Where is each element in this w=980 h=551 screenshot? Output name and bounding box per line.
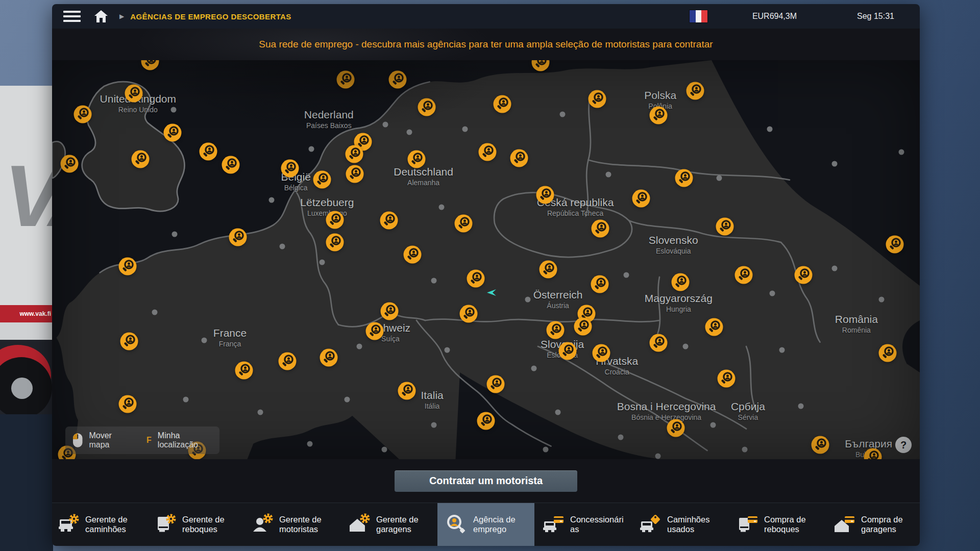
agency-marker[interactable] <box>417 97 436 117</box>
agency-marker[interactable] <box>325 233 345 252</box>
menu-button[interactable] <box>63 11 81 22</box>
agency-marker[interactable] <box>587 89 607 109</box>
city-dot <box>171 107 177 112</box>
france-flag-icon[interactable] <box>690 10 707 22</box>
agency-marker[interactable] <box>407 149 426 169</box>
agency-marker[interactable] <box>345 144 364 164</box>
agency-marker[interactable] <box>278 352 297 371</box>
agency-marker[interactable] <box>592 343 611 363</box>
agency-marker[interactable] <box>312 170 332 189</box>
agency-marker[interactable] <box>509 148 529 168</box>
tab-used-trucks[interactable]: Caminhões usados <box>631 503 728 546</box>
agency-marker[interactable] <box>631 189 651 208</box>
agency-marker[interactable] <box>476 411 496 431</box>
agency-marker[interactable] <box>73 105 92 124</box>
agency-marker[interactable] <box>493 94 512 114</box>
tab-label: Gerente de motoristas <box>279 515 333 535</box>
agency-marker[interactable] <box>885 235 904 254</box>
home-button[interactable] <box>94 10 108 23</box>
tab-trailer-manager[interactable]: Gerente de reboques <box>146 503 243 546</box>
agency-marker[interactable] <box>124 84 143 103</box>
agency-marker[interactable] <box>715 217 734 236</box>
tab-dealerships[interactable]: Concessionárias <box>534 503 631 546</box>
agency-marker[interactable] <box>234 361 254 380</box>
agency-marker[interactable] <box>590 274 609 294</box>
agency-marker[interactable] <box>454 214 473 233</box>
city-dot <box>717 175 722 181</box>
agency-marker[interactable] <box>466 269 485 288</box>
agency-marker[interactable] <box>535 185 555 205</box>
agency-marker[interactable] <box>345 164 364 184</box>
agency-marker[interactable] <box>863 447 883 459</box>
agency-marker[interactable] <box>558 341 577 361</box>
agency-marker[interactable] <box>228 228 248 247</box>
agency-marker[interactable] <box>546 320 565 340</box>
agency-magnifier-icon <box>717 369 736 388</box>
agency-marker[interactable] <box>459 304 478 323</box>
agency-marker[interactable] <box>811 435 830 455</box>
city-dot <box>307 441 312 446</box>
agency-marker[interactable] <box>734 265 753 285</box>
agency-marker[interactable] <box>118 257 137 276</box>
tab-trailer-purchase[interactable]: Compra de reboques <box>728 503 825 546</box>
agency-marker[interactable] <box>573 317 593 336</box>
agency-marker[interactable] <box>140 60 160 71</box>
agency-marker[interactable] <box>704 317 724 337</box>
agency-marker[interactable] <box>403 245 422 264</box>
tab-garage-manager[interactable]: Gerente de garagens <box>340 503 437 546</box>
agency-marker[interactable] <box>280 159 300 178</box>
agency-marker[interactable] <box>199 142 218 161</box>
player-money[interactable]: EUR694,3M <box>752 12 797 21</box>
agency-magnifier-icon <box>538 260 558 279</box>
agency-marker[interactable] <box>878 343 897 363</box>
move-map-label: Mover mapa <box>89 431 133 449</box>
agency-marker[interactable] <box>538 260 558 279</box>
agency-magnifier-icon <box>380 302 399 321</box>
agency-marker[interactable] <box>380 302 399 321</box>
agency-marker[interactable] <box>397 381 416 400</box>
agency-marker[interactable] <box>325 210 345 230</box>
tab-employment-agency[interactable]: Agência de emprego <box>437 503 534 546</box>
agency-marker[interactable] <box>531 60 550 72</box>
hire-driver-button[interactable]: Contratar um motorista <box>395 470 577 492</box>
agency-marker[interactable] <box>388 70 407 89</box>
tab-driver-manager[interactable]: Gerente de motoristas <box>243 503 340 546</box>
agency-marker[interactable] <box>221 155 240 174</box>
agency-magnifier-icon <box>280 159 300 178</box>
agency-marker[interactable] <box>794 265 813 285</box>
agency-marker[interactable] <box>649 333 668 353</box>
agency-marker[interactable] <box>365 321 384 341</box>
agency-marker[interactable] <box>674 168 694 188</box>
agency-marker[interactable] <box>649 106 668 125</box>
agency-marker[interactable] <box>163 123 182 142</box>
agency-marker[interactable] <box>119 332 139 351</box>
agency-marker[interactable] <box>666 418 685 438</box>
agency-marker[interactable] <box>319 348 338 367</box>
agency-magnifier-icon <box>704 317 724 337</box>
agency-marker[interactable] <box>717 369 736 388</box>
europe-map[interactable]: United KingdomReino UnidoNederlandPaíses… <box>52 60 920 459</box>
help-button[interactable]: ? <box>895 437 912 453</box>
agency-marker[interactable] <box>60 154 79 173</box>
agency-marker[interactable] <box>131 149 150 169</box>
agency-marker[interactable] <box>671 272 690 292</box>
agency-magnifier-icon <box>591 219 610 238</box>
agency-marker[interactable] <box>591 219 610 238</box>
agency-marker[interactable] <box>379 211 399 230</box>
agency-magnifier-icon <box>531 60 550 72</box>
trailer-url-stripe: www.vak.fi <box>0 305 53 322</box>
agency-magnifier-icon <box>278 352 297 371</box>
agency-magnifier-icon <box>674 168 694 188</box>
tab-garage-purchase[interactable]: Compra de garagens <box>825 503 920 546</box>
agency-marker[interactable] <box>685 81 705 101</box>
agency-marker[interactable] <box>118 394 137 414</box>
agency-marker[interactable] <box>486 374 505 394</box>
city-dot <box>356 344 362 349</box>
agency-marker[interactable] <box>336 70 355 89</box>
agency-magnifier-icon <box>715 217 734 236</box>
tab-truck-manager[interactable]: Gerente de caminhões <box>52 503 146 546</box>
trailer-gear-icon <box>154 513 177 536</box>
agency-magnifier-icon <box>73 105 92 124</box>
agency-marker[interactable] <box>478 142 497 162</box>
driver-gear-icon <box>251 513 274 536</box>
